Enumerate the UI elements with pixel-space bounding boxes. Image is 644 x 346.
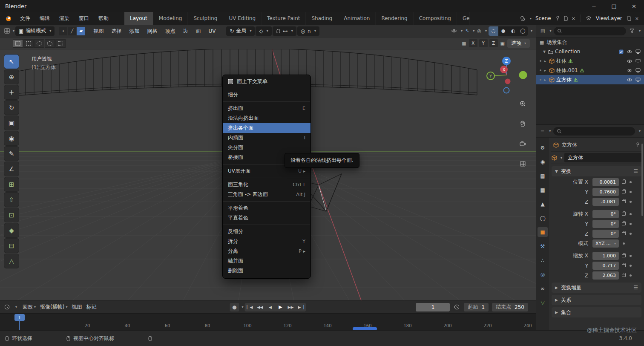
workspace-tab-animation[interactable]: Animation — [338, 12, 376, 25]
animate-dot[interactable] — [630, 233, 632, 235]
frame-end-field[interactable]: 结束点 250 — [492, 303, 528, 311]
blender-logo-icon[interactable] — [4, 14, 12, 22]
lock-icon[interactable] — [622, 232, 626, 235]
box-select-mode-button[interactable] — [23, 39, 34, 48]
screen-icon[interactable] — [635, 78, 641, 82]
new-viewlayer-icon[interactable] — [626, 16, 632, 21]
workspace-tab-texture-paint[interactable]: Texture Paint — [262, 12, 306, 25]
screen-icon[interactable] — [635, 68, 641, 72]
menubar-menu-4[interactable]: 帮助 — [94, 12, 113, 25]
tool-properties-tab[interactable]: ⚙ — [538, 143, 548, 153]
workspace-tab-layout[interactable]: Layout — [124, 12, 153, 25]
workspace-tab-rendering[interactable]: Rendering — [376, 12, 413, 25]
solid-shading-button[interactable]: ● — [498, 26, 508, 36]
timeline-ruler[interactable]: 1 20406080100120140160180200220240 — [0, 313, 536, 330]
scale-tool[interactable]: ▣ — [4, 116, 19, 130]
jump-to-end-button[interactable]: ▶▕ — [296, 303, 306, 311]
viewport-menu-3[interactable]: 网格 — [143, 25, 161, 37]
properties-scrollbar[interactable] — [641, 144, 643, 216]
workspace-tab-modeling[interactable]: Modeling — [153, 12, 188, 25]
render-properties-tab[interactable]: ◉ — [538, 157, 548, 167]
unlink-scene-icon[interactable]: × — [571, 16, 576, 21]
properties-search-input[interactable] — [553, 127, 635, 136]
knife-tool[interactable]: △ — [4, 254, 19, 268]
eye-icon[interactable] — [627, 50, 632, 54]
context-menu-item-10[interactable]: 平滑着色 — [223, 203, 310, 213]
close-button[interactable]: × — [624, 0, 644, 12]
editor-type-outliner-icon[interactable]: ▤ — [540, 28, 546, 34]
animate-dot[interactable] — [630, 255, 632, 257]
context-menu-item-4[interactable]: 内插面I — [223, 133, 310, 143]
lock-icon[interactable] — [622, 274, 626, 277]
context-menu-item-14[interactable]: 分离P▸ — [223, 246, 310, 256]
lock-icon[interactable] — [622, 264, 626, 267]
animate-dot[interactable] — [630, 223, 632, 225]
context-menu-item-1[interactable]: 挤出面E — [223, 104, 310, 113]
world-properties-tab[interactable]: ◯ — [538, 213, 548, 223]
mode-select[interactable]: ▣ 编辑模式 ▾ — [15, 26, 55, 36]
collections-section-header[interactable]: ▶ 集合 — [552, 307, 641, 317]
scene-collection-row[interactable]: ▦ 场景集合 — [536, 37, 644, 47]
context-menu-item-0[interactable]: 细分 — [223, 90, 310, 100]
jump-to-start-button[interactable]: ▏◀ — [245, 303, 255, 311]
transform-value-field[interactable]: 0° — [592, 230, 619, 238]
animate-dot[interactable] — [630, 201, 632, 203]
expand-icon[interactable]: ▸ — [543, 69, 547, 72]
rotate-tool[interactable]: ↻ — [4, 101, 19, 115]
expand-icon[interactable]: ▸ — [543, 59, 547, 63]
edge-select-button[interactable]: ╱ — [68, 27, 76, 35]
move-tool[interactable]: + — [4, 85, 19, 99]
mirror-y-button[interactable]: Y — [479, 39, 488, 47]
transform-tool[interactable]: ◉ — [4, 131, 19, 145]
workspace-tab-uv-editing[interactable]: UV Editing — [223, 12, 262, 25]
viewport-menu-0[interactable]: 视图 — [89, 25, 107, 37]
viewport-menu-6[interactable]: 面 — [192, 25, 204, 37]
lock-icon[interactable] — [622, 190, 626, 193]
animate-dot[interactable] — [623, 242, 625, 245]
camera-view-button[interactable] — [517, 138, 528, 149]
animate-dot[interactable] — [630, 181, 632, 183]
editor-type-properties-icon[interactable]: ≡ — [540, 128, 545, 134]
timeline-menu-1[interactable]: 抠像(插帧)▾ — [38, 303, 69, 311]
minimize-button[interactable]: ─ — [584, 0, 604, 12]
transform-value-field[interactable]: 1.000 — [592, 252, 619, 260]
outliner-search-input[interactable] — [554, 27, 626, 35]
constraints-properties-tab[interactable]: ∞ — [538, 283, 548, 293]
animate-dot[interactable] — [630, 191, 632, 193]
output-properties-tab[interactable]: ▤ — [538, 171, 548, 181]
physics-properties-tab[interactable]: ◎ — [538, 269, 548, 279]
transform-orientation-select[interactable]: ↻ 全局 ▾ — [226, 26, 255, 36]
prev-keyframe-button[interactable]: ◀◀ — [255, 303, 265, 311]
eye-icon[interactable] — [627, 69, 632, 72]
lock-icon[interactable] — [622, 200, 626, 203]
viewport[interactable]: ZXY 用户透视 (1) 立方体 ↖⊕+↻▣◉✎∠⊞⇧⊡◆⊟△ 面上下文菜单 细… — [0, 49, 536, 300]
relations-section-header[interactable]: ▶ 关系 — [552, 295, 641, 305]
filter-icon[interactable] — [629, 29, 635, 33]
outliner-row-1[interactable]: ▸柱体 — [536, 56, 644, 66]
object-properties-tab[interactable]: ■ — [538, 227, 548, 237]
particles-properties-tab[interactable]: ∴ — [538, 255, 548, 265]
pin-scene-icon[interactable] — [555, 16, 561, 21]
use-preview-range-icon[interactable] — [453, 304, 460, 310]
play-button[interactable]: ▶ — [276, 303, 286, 311]
scene-name[interactable]: Scene — [535, 15, 551, 21]
workspace-tab-sculpting[interactable]: Sculpting — [188, 12, 223, 25]
rendered-shading-button[interactable]: ◯ — [518, 26, 528, 36]
next-keyframe-button[interactable]: ▶▶ — [286, 303, 296, 311]
add-cube-tool[interactable]: ⊞ — [4, 177, 19, 191]
outliner-row-2[interactable]: ▸柱体.001 — [536, 66, 644, 75]
transform-pivot-icon[interactable]: ▦ — [461, 40, 467, 46]
menubar-menu-0[interactable]: 文件 — [15, 12, 35, 25]
context-menu-item-16[interactable]: 删除面 — [223, 266, 310, 276]
transform-value-field[interactable]: 0.0081 — [592, 178, 619, 186]
paint-select-mode-button[interactable] — [55, 39, 66, 48]
outliner-row-0[interactable]: ▼Collection — [536, 47, 644, 56]
viewport-menu-1[interactable]: 选择 — [107, 25, 125, 37]
context-menu-item-15[interactable]: 融并面 — [223, 256, 310, 266]
viewport-menu-5[interactable]: 边 — [179, 25, 192, 37]
eye-icon[interactable] — [627, 59, 632, 63]
timeline-scrollbar-thumb[interactable] — [353, 327, 377, 330]
transform-section-header[interactable]: ▼ 变换 ☰ — [552, 166, 641, 176]
wireframe-shading-button[interactable]: ◌ — [489, 26, 498, 36]
screen-icon[interactable] — [635, 49, 641, 54]
